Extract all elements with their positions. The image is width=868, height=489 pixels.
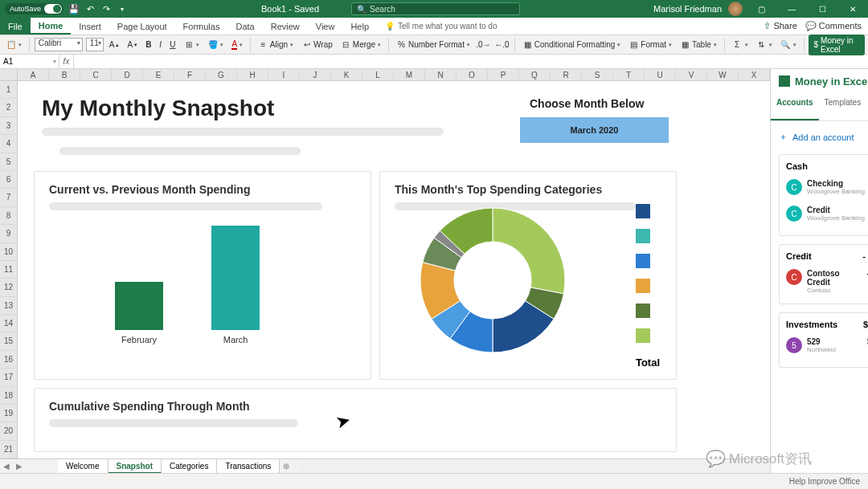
autosave-toggle[interactable]: AutoSave [5, 3, 63, 14]
row-header[interactable]: 7 [0, 189, 17, 206]
row-header[interactable]: 21 [0, 441, 17, 458]
column-header[interactable]: M [394, 69, 425, 80]
row-header[interactable]: 1 [0, 81, 17, 99]
number-format-button[interactable]: %Number Format [394, 39, 473, 51]
fx-button[interactable]: fx [59, 55, 74, 68]
paste-button[interactable]: 📋 [3, 39, 24, 51]
tab-page-layout[interactable]: Page Layout [109, 18, 175, 35]
row-header[interactable]: 9 [0, 225, 17, 242]
save-icon[interactable]: 💾 [68, 3, 80, 14]
column-header[interactable]: S [582, 69, 613, 80]
name-box[interactable]: A1 [0, 55, 59, 68]
tab-view[interactable]: View [308, 18, 343, 35]
autosum-button[interactable]: Σ [730, 39, 751, 51]
tab-review[interactable]: Review [263, 18, 308, 35]
tell-me-input[interactable]: 💡 Tell me what you want to do [377, 18, 497, 35]
sheet-nav-next[interactable]: ▶ [13, 462, 26, 471]
tab-home[interactable]: Home [31, 18, 72, 35]
sheet-tab-welcome[interactable]: Welcome [58, 459, 108, 474]
formula-input[interactable] [74, 55, 868, 68]
column-header[interactable]: L [362, 69, 394, 80]
month-selector[interactable]: March 2020 [520, 117, 669, 143]
row-header[interactable]: 10 [0, 243, 17, 261]
italic-button[interactable]: I [157, 39, 164, 50]
column-header[interactable]: W [707, 69, 739, 80]
column-header[interactable]: G [206, 69, 237, 80]
row-header[interactable]: 6 [0, 171, 17, 189]
add-account-button[interactable]: ＋ Add an account [779, 131, 868, 143]
merge-button[interactable]: ⊟Merge [338, 39, 383, 51]
sheet-tab-categories[interactable]: Categories [162, 459, 217, 474]
row-header[interactable]: 19 [0, 405, 17, 422]
minimize-button[interactable]: — [780, 0, 804, 18]
tab-formulas[interactable]: Formulas [175, 18, 228, 35]
format-button[interactable]: ▤Format [626, 39, 674, 51]
align-button[interactable]: ≡Align [256, 39, 296, 51]
row-header[interactable]: 20 [0, 422, 17, 440]
row-header[interactable]: 14 [0, 315, 17, 332]
redo-icon[interactable]: ↷ [100, 3, 112, 14]
row-header[interactable]: 8 [0, 207, 17, 225]
panel-tab-accounts[interactable]: Accounts [771, 93, 819, 120]
share-button[interactable]: ⇧ Share [764, 21, 796, 31]
table-button[interactable]: ▦Table [678, 39, 719, 51]
row-header[interactable]: 4 [0, 135, 17, 153]
font-color-button[interactable]: A [229, 39, 245, 51]
money-in-excel-button[interactable]: $Money in Excel [809, 35, 864, 55]
sheet-tab-snapshot[interactable]: Snapshot [108, 459, 162, 474]
user-name[interactable]: Marisol Friedman [653, 4, 722, 14]
font-name-select[interactable]: Calibri [35, 38, 83, 51]
row-header[interactable]: 11 [0, 261, 17, 279]
column-header[interactable]: T [613, 69, 645, 80]
conditional-formatting-button[interactable]: ▦Conditional Formatting [520, 39, 624, 51]
worksheet[interactable]: My Monthly Snapshot Choose Month Below M… [18, 81, 770, 458]
row-header[interactable]: 16 [0, 351, 17, 369]
column-header[interactable]: C [80, 69, 112, 80]
column-header[interactable]: E [143, 69, 174, 80]
tab-data[interactable]: Data [227, 18, 262, 35]
row-header[interactable]: 2 [0, 99, 17, 116]
column-header[interactable]: K [331, 69, 362, 80]
new-sheet-button[interactable]: ⊕ [280, 462, 293, 471]
column-header[interactable]: P [488, 69, 519, 80]
tab-file[interactable]: File [0, 18, 31, 35]
sort-button[interactable]: ⇅ [754, 39, 775, 51]
row-header[interactable]: 5 [0, 153, 17, 171]
column-header[interactable]: J [300, 69, 331, 80]
column-header[interactable]: Q [519, 69, 551, 80]
column-header[interactable]: O [457, 69, 488, 80]
comments-button[interactable]: 💬 Comments [805, 21, 862, 31]
column-header[interactable]: R [551, 69, 582, 80]
horizontal-scrollbar[interactable] [301, 461, 770, 472]
row-header[interactable]: 17 [0, 369, 17, 386]
sheet-tab-transactions[interactable]: Transactions [217, 459, 280, 474]
account-row[interactable]: C CheckingWoodgrove Banking $2,208.09⋮ [786, 176, 868, 202]
fill-color-button[interactable]: 🪣 [205, 39, 226, 51]
search-input[interactable]: 🔍 Search [351, 2, 520, 15]
column-header[interactable]: U [645, 69, 676, 80]
undo-icon[interactable]: ↶ [84, 3, 96, 14]
row-header[interactable]: 3 [0, 117, 17, 135]
row-header[interactable]: 18 [0, 387, 17, 405]
account-row[interactable]: 5 529Northwind $33,282.18⋮ [786, 334, 868, 361]
tab-help[interactable]: Help [342, 18, 377, 35]
increase-decimal-button[interactable]: .0→ [476, 39, 491, 51]
column-header[interactable]: X [739, 69, 770, 80]
underline-button[interactable]: U [167, 39, 178, 50]
bold-button[interactable]: B [143, 39, 154, 50]
wrap-button[interactable]: ↩Wrap [299, 39, 335, 51]
panel-tab-templates[interactable]: Templates [819, 93, 867, 120]
column-header[interactable]: F [174, 69, 206, 80]
select-all-corner[interactable] [0, 69, 18, 80]
help-improve-link[interactable]: Help Improve Office [789, 477, 860, 486]
font-size-select[interactable]: 11 [86, 38, 104, 51]
column-header[interactable]: V [676, 69, 707, 80]
row-header[interactable]: 15 [0, 332, 17, 350]
tab-insert[interactable]: Insert [71, 18, 109, 35]
account-row[interactable]: C CreditWoodgrove Banking $6,548.47⋮ [786, 202, 868, 229]
close-button[interactable]: ✕ [841, 0, 865, 18]
row-header[interactable]: 12 [0, 279, 17, 296]
ribbon-display-icon[interactable]: ▢ [749, 0, 773, 18]
sheet-nav-prev[interactable]: ◀ [0, 462, 13, 471]
find-button[interactable]: 🔍 [778, 39, 799, 51]
